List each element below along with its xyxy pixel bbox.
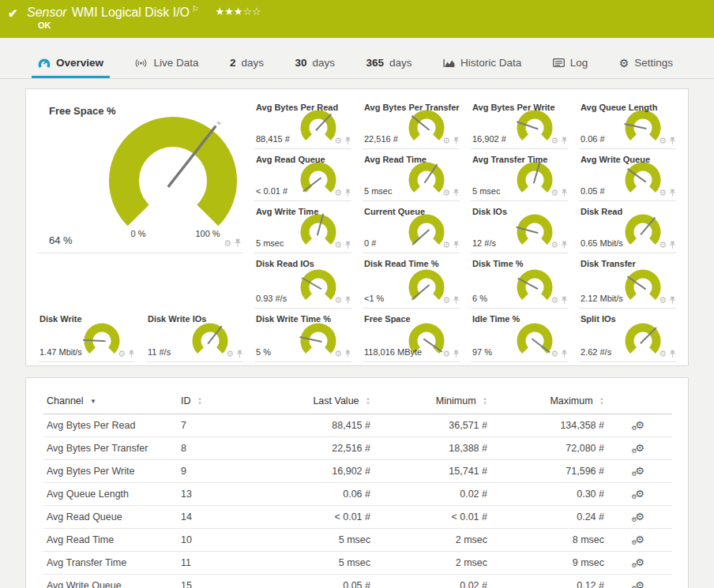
channel-settings-gear-icon[interactable]: ⚙ xyxy=(442,189,450,197)
channel-table-row[interactable]: Avg Read Time 10 5 msec 2 msec 8 msec ⚙⚙ xyxy=(43,529,672,552)
pin-icon[interactable] xyxy=(344,189,351,197)
pin-icon[interactable] xyxy=(453,241,460,249)
column-header-channel[interactable]: Channel ▼ xyxy=(43,391,178,414)
channel-gauge-cell[interactable]: Avg Bytes Per Transfer 22,516 # ⚙ xyxy=(363,97,460,149)
cell-channel[interactable]: Avg Write Queue xyxy=(43,575,178,588)
pin-icon[interactable] xyxy=(344,296,351,305)
pin-icon[interactable] xyxy=(669,189,676,197)
edit-channel-gears-icon[interactable]: ⚙⚙ xyxy=(635,557,644,567)
channel-settings-gear-icon[interactable]: ⚙ xyxy=(659,296,667,305)
column-header-minimum[interactable]: Minimum ▲▼ xyxy=(374,391,490,414)
channel-gauge-cell[interactable]: Idle Time % 97 % ⚙ xyxy=(471,309,568,362)
pin-icon[interactable] xyxy=(561,350,568,358)
cell-channel[interactable]: Avg Read Time xyxy=(43,529,178,552)
priority-stars[interactable]: ★★★☆☆ xyxy=(215,6,261,17)
primary-channel-gauge[interactable]: Free Space % x 0 % 100 % 64 % ⚙ xyxy=(38,97,243,253)
channel-table-row[interactable]: Avg Bytes Per Transfer 8 22,516 # 18,388… xyxy=(43,437,672,460)
cell-channel[interactable]: Avg Read Queue xyxy=(43,506,178,529)
cell-channel[interactable]: Avg Bytes Per Transfer xyxy=(43,437,178,460)
edit-channel-gears-icon[interactable]: ⚙⚙ xyxy=(635,580,644,588)
edit-channel-gears-icon[interactable]: ⚙⚙ xyxy=(635,534,644,545)
pin-icon[interactable] xyxy=(453,189,460,197)
cell-channel[interactable]: Avg Bytes Per Write xyxy=(43,460,178,483)
channel-settings-gear-icon[interactable]: ⚙ xyxy=(442,241,450,249)
channel-table-row[interactable]: Avg Read Queue 14 < 0.01 # < 0.01 # 0.24… xyxy=(43,506,672,529)
tab-live-data[interactable]: Live Data xyxy=(128,51,205,78)
column-header-id[interactable]: ID ▲▼ xyxy=(178,391,231,414)
channel-gauge-cell[interactable]: Free Space 118,016 MByte ⚙ xyxy=(363,309,460,362)
channel-settings-gear-icon[interactable]: ⚙ xyxy=(659,137,667,145)
channel-table-row[interactable]: Avg Queue Length 13 0.06 # 0.02 # 0.30 #… xyxy=(43,483,672,506)
cell-channel[interactable]: Avg Transfer Time xyxy=(43,552,178,575)
pin-icon[interactable] xyxy=(234,238,242,248)
channel-settings-gear-icon[interactable]: ⚙ xyxy=(442,350,450,358)
pin-icon[interactable] xyxy=(453,296,460,305)
channel-gauge-cell[interactable]: Avg Bytes Per Read 88,415 # ⚙ xyxy=(254,97,351,149)
pin-icon[interactable] xyxy=(561,296,568,305)
tab-365-days[interactable]: 365 days xyxy=(359,51,418,78)
channel-gauge-cell[interactable]: Split IOs 2.62 #/s ⚙ xyxy=(579,309,676,362)
cell-channel[interactable]: Avg Bytes Per Read xyxy=(43,414,178,437)
channel-settings-gear-icon[interactable]: ⚙ xyxy=(442,137,450,145)
pin-icon[interactable] xyxy=(561,189,568,197)
channel-settings-gear-icon[interactable]: ⚙ xyxy=(334,189,342,197)
channel-settings-gear-icon[interactable]: ⚙ xyxy=(442,296,450,305)
edit-channel-gears-icon[interactable]: ⚙⚙ xyxy=(635,420,644,430)
channel-table-row[interactable]: Avg Transfer Time 11 5 msec 2 msec 9 mse… xyxy=(43,552,672,575)
pin-icon[interactable] xyxy=(128,350,135,358)
channel-gauge-cell[interactable]: Avg Transfer Time 5 msec ⚙ xyxy=(471,149,568,201)
pin-icon[interactable] xyxy=(453,350,460,358)
pin-icon[interactable] xyxy=(669,296,676,305)
channel-settings-gear-icon[interactable]: ⚙ xyxy=(334,241,342,249)
pin-icon[interactable] xyxy=(236,350,243,358)
channel-gauge-cell[interactable]: Current Queue 0 # ⚙ xyxy=(363,201,460,253)
edit-channel-gears-icon[interactable]: ⚙⚙ xyxy=(635,466,644,476)
edit-channel-gears-icon[interactable]: ⚙⚙ xyxy=(635,511,644,522)
channel-settings-gear-icon[interactable]: ⚙ xyxy=(118,350,126,358)
stars-filled[interactable]: ★★★ xyxy=(215,6,242,17)
channel-gauge-cell[interactable]: Disk Transfer 2.12 Mbit/s ⚙ xyxy=(579,253,676,309)
channel-table-row[interactable]: Avg Write Queue 15 0.05 # 0.02 # 0.12 # … xyxy=(43,575,672,588)
stars-empty[interactable]: ☆☆ xyxy=(242,6,261,17)
channel-settings-gear-icon[interactable]: ⚙ xyxy=(551,189,558,197)
flag-icon[interactable]: ⚐ xyxy=(192,5,199,13)
pin-icon[interactable] xyxy=(561,241,568,249)
channel-gauge-cell[interactable]: Avg Read Queue < 0.01 # ⚙ xyxy=(254,149,351,201)
edit-channel-gears-icon[interactable]: ⚙⚙ xyxy=(635,489,644,499)
channel-settings-gear-icon[interactable]: ⚙ xyxy=(551,296,558,305)
channel-table-row[interactable]: Avg Bytes Per Read 7 88,415 # 36,571 # 1… xyxy=(43,414,672,437)
channel-settings-gear-icon[interactable]: ⚙ xyxy=(224,239,231,248)
channel-gauge-cell[interactable]: Disk Write Time % 5 % ⚙ xyxy=(254,309,351,362)
channel-gauge-cell[interactable]: Avg Read Time 5 msec ⚙ xyxy=(363,149,460,201)
channel-settings-gear-icon[interactable]: ⚙ xyxy=(334,350,342,358)
channel-gauge-cell[interactable]: Disk IOs 12 #/s ⚙ xyxy=(471,201,568,253)
tab-log[interactable]: Log xyxy=(547,51,595,78)
channel-settings-gear-icon[interactable]: ⚙ xyxy=(551,137,558,145)
channel-settings-gear-icon[interactable]: ⚙ xyxy=(659,350,667,358)
tab-overview[interactable]: Overview xyxy=(32,51,110,78)
channel-gauge-cell[interactable]: Disk Read Time % <1 % ⚙ xyxy=(363,253,460,309)
channel-gauge-cell[interactable]: Disk Write IOs 11 #/s ⚙ xyxy=(146,309,243,362)
tab-settings[interactable]: ⚙ Settings xyxy=(613,51,679,78)
tab-historic-data[interactable]: Historic Data xyxy=(437,51,528,78)
channel-settings-gear-icon[interactable]: ⚙ xyxy=(334,296,342,305)
channel-gauge-cell[interactable]: Avg Queue Length 0.06 # ⚙ xyxy=(579,97,676,149)
pin-icon[interactable] xyxy=(453,137,460,145)
free-space-gauge[interactable]: x 0 % 100 % xyxy=(82,108,264,245)
channel-settings-gear-icon[interactable]: ⚙ xyxy=(334,137,342,145)
channel-gauge-cell[interactable]: Disk Write 1.47 Mbit/s ⚙ xyxy=(38,309,135,362)
tab-30-days[interactable]: 30 days xyxy=(288,51,341,78)
channel-table-row[interactable]: Avg Bytes Per Write 9 16,902 # 15,741 # … xyxy=(43,460,672,483)
tab-2-days[interactable]: 2 days xyxy=(224,51,270,78)
channel-settings-gear-icon[interactable]: ⚙ xyxy=(551,241,558,249)
channel-gauge-cell[interactable]: Avg Write Queue 0.05 # ⚙ xyxy=(579,149,676,201)
pin-icon[interactable] xyxy=(669,241,676,249)
column-header-maximum[interactable]: Maximum ▲▼ xyxy=(490,391,607,414)
pin-icon[interactable] xyxy=(669,350,676,358)
pin-icon[interactable] xyxy=(344,241,351,249)
channel-gauge-cell[interactable]: Disk Read 0.65 Mbit/s ⚙ xyxy=(579,201,676,253)
edit-channel-gears-icon[interactable]: ⚙⚙ xyxy=(635,443,644,453)
pin-icon[interactable] xyxy=(669,137,676,145)
pin-icon[interactable] xyxy=(561,137,568,145)
channel-settings-gear-icon[interactable]: ⚙ xyxy=(659,189,667,197)
